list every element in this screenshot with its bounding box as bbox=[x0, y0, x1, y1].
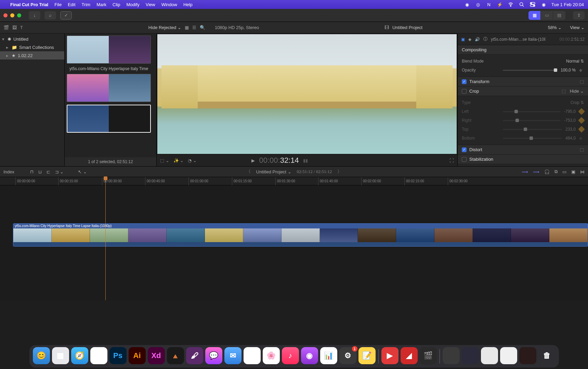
keyframe-icon[interactable] bbox=[578, 126, 585, 133]
audio-inspector-icon[interactable]: 🔊 bbox=[475, 37, 480, 42]
dock-photos[interactable]: 🌸 bbox=[263, 347, 280, 364]
dock-messenger[interactable]: 💬 bbox=[205, 347, 222, 364]
event-row[interactable]: ▸★ 1.02.22 bbox=[0, 51, 64, 60]
dock-recent-5[interactable] bbox=[519, 347, 536, 364]
effects-browser-icon[interactable]: ▣ bbox=[571, 169, 575, 174]
snapping-icon[interactable]: ⧉ bbox=[554, 169, 558, 174]
crop-top-row[interactable]: Top 233,0 bbox=[462, 125, 584, 134]
crop-hide-toggle[interactable]: Hide ⌄ bbox=[570, 89, 584, 94]
workspace-timeline[interactable]: ▭ bbox=[541, 11, 553, 20]
window-minimize[interactable] bbox=[10, 13, 14, 17]
dock-finalcut[interactable]: 🎬 bbox=[420, 347, 437, 364]
dock-maps[interactable]: 🗺 bbox=[244, 347, 261, 364]
menu-mark[interactable]: Mark bbox=[96, 2, 106, 7]
project-name[interactable]: Untitled Project bbox=[392, 25, 422, 30]
timeline-ruler[interactable]: 00:00:00:00 00:00:15:00 00:00:30:00 00:0… bbox=[0, 177, 588, 185]
enhance-tool-icon[interactable]: ✨ ⌄ bbox=[173, 158, 184, 163]
fullscreen-icon[interactable]: ⛶ bbox=[449, 158, 454, 163]
overwrite-clip-icon[interactable]: ⊐ ⌄ bbox=[55, 169, 64, 174]
dock-settings[interactable]: ⚙1 bbox=[339, 347, 356, 364]
dock-mail[interactable]: ✉ bbox=[224, 347, 241, 364]
dock-blender[interactable]: ⟁ bbox=[167, 347, 184, 364]
keyword-button[interactable]: ⌕ bbox=[44, 11, 56, 19]
distort-header[interactable]: ✓ Distort ⬚ bbox=[458, 145, 588, 155]
timeline-prev-icon[interactable]: 〈 bbox=[246, 169, 251, 175]
crop-reset-icon[interactable]: ⬚ bbox=[562, 89, 566, 94]
select-tool-icon[interactable]: ↖ ⌄ bbox=[78, 169, 87, 174]
crop-bottom-row[interactable]: Bottom 484,0 ◆ bbox=[462, 134, 584, 143]
dock-recent-3[interactable] bbox=[481, 347, 498, 364]
smart-collections-row[interactable]: ▸📁 Smart Collections bbox=[0, 43, 64, 51]
blend-mode-row[interactable]: Blend Mode Normal ⇅ bbox=[462, 57, 584, 66]
photos-icon[interactable]: 🖼 bbox=[12, 25, 17, 30]
clock[interactable]: Tue 1 Feb 20:04 bbox=[551, 2, 584, 7]
dock-illustrator[interactable]: Ai bbox=[129, 347, 146, 364]
menu-modify[interactable]: Modify bbox=[126, 2, 139, 7]
share-button[interactable]: ⇪ bbox=[573, 11, 585, 19]
crop-type-row[interactable]: Type Crop ⇅ bbox=[462, 98, 584, 107]
skimming-icon[interactable]: ⟿ bbox=[522, 169, 528, 174]
library-root[interactable]: ▾✺ Untitled bbox=[0, 35, 64, 43]
transform-checkbox[interactable]: ✓ bbox=[462, 79, 467, 84]
viewer-canvas[interactable] bbox=[157, 34, 457, 154]
zoom-dropdown[interactable]: 58% ⌄ bbox=[548, 25, 562, 30]
dock-launchpad[interactable]: ▦ bbox=[52, 347, 69, 364]
search-icon[interactable] bbox=[519, 1, 525, 8]
index-button[interactable]: Index bbox=[3, 169, 14, 174]
timeline-project-name[interactable]: Untitled Project ⌄ bbox=[256, 169, 291, 174]
transform-reset-icon[interactable]: ⬚ bbox=[580, 79, 584, 84]
timeline[interactable]: 00:00:00:00 00:00:15:00 00:00:30:00 00:0… bbox=[0, 177, 588, 300]
menu-help[interactable]: Help bbox=[183, 2, 193, 7]
dock-recent-2[interactable] bbox=[462, 347, 479, 364]
stabilization-checkbox[interactable] bbox=[462, 157, 467, 162]
retime-tool-icon[interactable]: ◔ ⌄ bbox=[188, 158, 197, 163]
window-close[interactable] bbox=[3, 13, 8, 17]
status-icon[interactable]: ◎ bbox=[475, 1, 481, 8]
audio-skimming-icon[interactable]: ⟿ bbox=[533, 169, 539, 174]
wifi-icon[interactable] bbox=[508, 1, 514, 8]
transitions-browser-icon[interactable]: ⋈ bbox=[580, 169, 585, 174]
compositing-header[interactable]: Compositing bbox=[458, 45, 588, 55]
crop-checkbox[interactable] bbox=[462, 89, 467, 94]
opacity-row[interactable]: Opacity 100,0 % ◆ bbox=[462, 66, 584, 75]
timeline-clip[interactable]: yt5s.com-Milano City Hyperlapse Italy Ti… bbox=[13, 223, 588, 247]
timeline-next-icon[interactable]: 〉 bbox=[337, 169, 342, 175]
dock-recent-1[interactable] bbox=[443, 347, 460, 364]
control-center-icon[interactable] bbox=[530, 1, 536, 8]
distort-reset-icon[interactable]: ⬚ bbox=[580, 147, 584, 152]
clip-thumbnail-3[interactable] bbox=[67, 105, 151, 133]
siri-icon[interactable]: ◉ bbox=[540, 1, 547, 8]
record-icon[interactable]: ◉ bbox=[464, 1, 470, 8]
dock-krita[interactable]: 🖌 bbox=[186, 347, 203, 364]
dock-podcasts[interactable]: ◉ bbox=[301, 347, 318, 364]
workspace-browser[interactable]: ▦ bbox=[528, 11, 541, 20]
clip-appearance-icon[interactable]: ▦ bbox=[185, 25, 189, 30]
transform-tool-icon[interactable]: ⬚ ⌄ bbox=[160, 158, 169, 163]
connect-clip-icon[interactable]: ⊓ bbox=[30, 169, 34, 174]
menu-file[interactable]: File bbox=[54, 2, 62, 7]
window-maximize[interactable] bbox=[17, 13, 21, 17]
notion-icon[interactable]: N bbox=[486, 1, 492, 8]
keyframe-icon[interactable] bbox=[578, 117, 585, 124]
filter-dropdown[interactable]: Hide Rejected ⌄ bbox=[148, 25, 181, 30]
menu-window[interactable]: Window bbox=[161, 2, 177, 7]
dock-notes[interactable]: 📝 bbox=[358, 347, 376, 364]
keyframe-icon[interactable] bbox=[578, 108, 585, 115]
background-tasks-button[interactable]: ✓ bbox=[60, 11, 72, 19]
dock-trash[interactable]: 🗑 bbox=[538, 347, 556, 364]
clip-thumbnail-2[interactable] bbox=[67, 74, 151, 102]
append-clip-icon[interactable]: ⊏ bbox=[47, 169, 50, 174]
clip-thumbnail-1[interactable] bbox=[67, 36, 151, 64]
library-icon[interactable]: 🎬 bbox=[3, 25, 9, 30]
crop-left-row[interactable]: Left -795,0 bbox=[462, 107, 584, 116]
app-menu[interactable]: Final Cut Pro Trial bbox=[10, 2, 48, 7]
distort-checkbox[interactable]: ✓ bbox=[462, 147, 467, 152]
menu-edit[interactable]: Edit bbox=[68, 2, 75, 7]
dock-xd[interactable]: Xd bbox=[148, 347, 165, 364]
dock-finder[interactable]: 😊 bbox=[33, 347, 50, 364]
dock-chrome[interactable]: ◯ bbox=[90, 347, 107, 364]
menu-clip[interactable]: Clip bbox=[113, 2, 120, 7]
list-view-icon[interactable]: ☰ bbox=[192, 25, 196, 30]
insert-clip-icon[interactable]: ⊔ bbox=[38, 169, 42, 174]
transform-header[interactable]: ✓ Transform ⬚ bbox=[458, 77, 588, 87]
